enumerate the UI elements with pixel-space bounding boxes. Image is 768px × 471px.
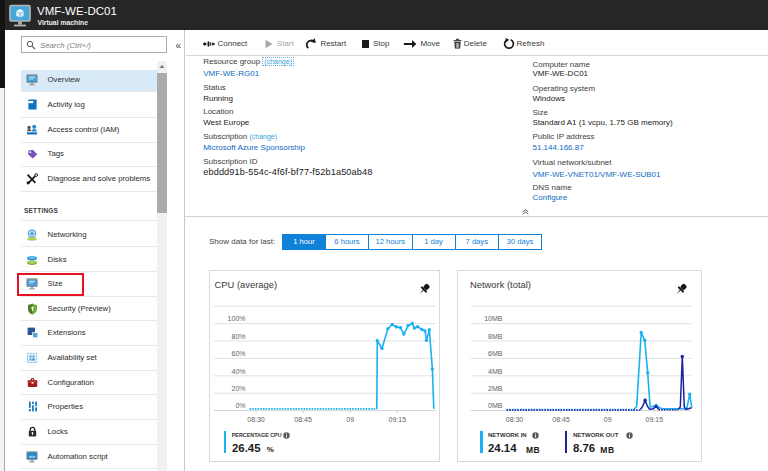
svg-text:6MB: 6MB <box>488 350 503 357</box>
svg-text:100%: 100% <box>227 315 245 322</box>
svg-text:80%: 80% <box>231 333 245 340</box>
svg-text:2MB: 2MB <box>488 385 503 392</box>
svg-text:4MB: 4MB <box>488 368 503 375</box>
svg-text:«»: «» <box>29 452 35 458</box>
svg-text:09:15: 09:15 <box>388 416 406 423</box>
svg-text:09:15: 09:15 <box>645 416 663 423</box>
svg-text:10MB: 10MB <box>484 315 503 322</box>
svg-text:20%: 20% <box>231 385 245 392</box>
svg-text:60%: 60% <box>231 350 245 357</box>
svg-text:09: 09 <box>603 416 611 423</box>
svg-text:08:30: 08:30 <box>505 416 523 423</box>
svg-text:08:45: 08:45 <box>294 416 312 423</box>
svg-text:40%: 40% <box>231 368 245 375</box>
svg-text:0MB: 0MB <box>488 402 503 409</box>
svg-text:08:45: 08:45 <box>552 416 570 423</box>
svg-text:09: 09 <box>346 416 354 423</box>
svg-text:08:30: 08:30 <box>247 416 265 423</box>
svg-text:8MB: 8MB <box>488 333 503 340</box>
svg-text:0%: 0% <box>235 402 245 409</box>
